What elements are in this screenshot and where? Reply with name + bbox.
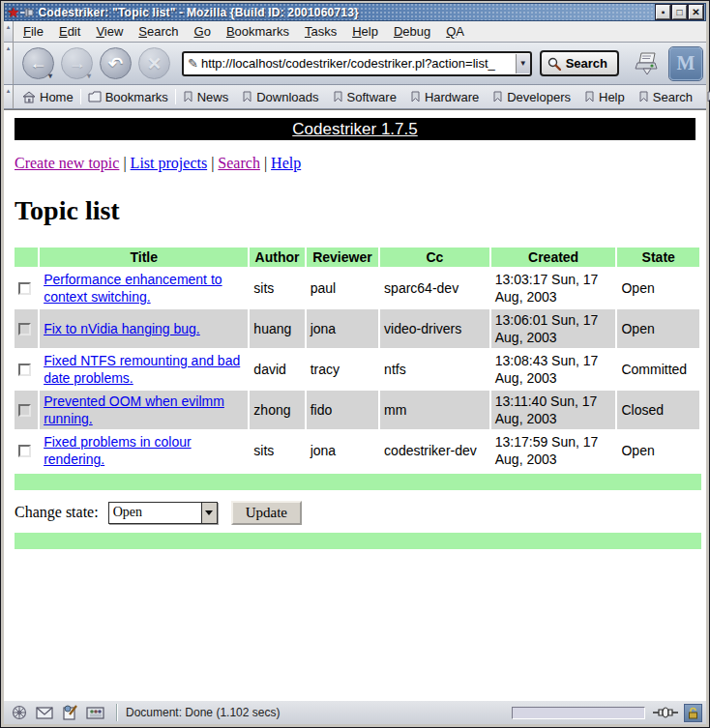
addressbook-component-icon[interactable] [83,703,106,722]
magnifier-icon [547,57,561,71]
cell-author: sits [250,431,304,470]
url-history-dropdown[interactable]: ▼ [516,54,530,73]
toolbar-grip[interactable]: ▴ [4,43,14,84]
menu-go[interactable]: Go [187,21,219,42]
menu-file[interactable]: File [15,21,51,42]
minimize-button[interactable]: ▪ [656,5,670,19]
topic-checkbox[interactable] [18,364,31,376]
topic-checkbox[interactable] [18,404,31,417]
topic-title-link[interactable]: Fixed NTFS remounting and bad date probl… [44,353,240,386]
toolbar-item-help[interactable]: Help [577,85,632,108]
toolbar-item-bookmarks[interactable]: Bookmarks [81,85,175,108]
table-row: Fixed NTFS remounting and bad date probl… [15,350,699,389]
menu-debug[interactable]: Debug [386,21,438,42]
back-button[interactable]: ← ▾ [22,47,54,79]
list-projects-link[interactable]: List projects [131,155,208,171]
forward-button[interactable]: → ▾ [61,47,93,79]
statusbar-separator [116,704,118,722]
topic-checkbox[interactable] [18,323,31,335]
state-select[interactable]: Open [108,502,218,524]
close-button[interactable]: ✕ [689,5,703,19]
cell-state: Open [617,309,699,348]
menu-search[interactable]: Search [131,21,186,42]
navigator-component-icon[interactable] [8,703,31,722]
toolbar-grip[interactable]: ▴ [4,21,14,42]
url-bar: ✎ ▼ [182,51,532,76]
topic-title-link[interactable]: Prevented OOM when evilmm running. [44,393,224,426]
chevron-down-icon[interactable] [201,503,217,523]
mail-component-icon[interactable] [33,703,56,722]
toolbar-item-search[interactable]: Search [632,85,699,108]
table-header-row: Title Author Reviewer Cc Created State [15,248,699,267]
toolbar-item-hardware[interactable]: Hardware [403,85,486,108]
change-state-row: Change state: Open Update [15,499,695,526]
forward-icon: → [69,53,86,73]
toolbar-item-developers[interactable]: Developers [486,85,577,108]
header-checkbox-spacer [15,248,38,267]
printer-icon [632,51,659,76]
page-nav-links: Create new topic | List projects | Searc… [15,155,695,172]
online-plug-icon[interactable] [653,707,678,718]
search-link[interactable]: Search [218,155,260,171]
menu-bookmarks[interactable]: Bookmarks [219,21,297,42]
cell-state: Closed [617,391,699,429]
topic-title-link[interactable]: Fixed problems in colour rendering. [44,434,192,467]
toolbar-item-downloads[interactable]: Downloads [235,85,325,108]
header-reviewer: Reviewer [307,248,378,267]
bottom-bar [15,533,701,549]
back-icon: ← [30,53,47,73]
toolbar-item-software[interactable]: Software [326,85,403,108]
bookmark-tag-icon [638,91,649,102]
toolbar-item-label: Developers [507,90,571,104]
print-button[interactable] [629,47,662,80]
menu-edit[interactable]: Edit [51,21,88,42]
composer-component-icon[interactable] [58,703,81,722]
security-lock-icon[interactable] [684,704,702,722]
url-pencil-icon: ✎ [188,56,198,71]
update-button[interactable]: Update [231,501,302,525]
topic-title-link[interactable]: Performance enhancement to context switc… [44,272,222,305]
cell-created: 13:03:17 Sun, 17 Aug, 2003 [491,269,616,307]
search-button[interactable]: Search [540,50,619,76]
cell-created: 13:11:40 Sun, 17 Aug, 2003 [491,391,616,429]
cell-author: sits [250,269,304,307]
bookmark-tag-icon [242,91,252,102]
forward-dropdown-icon[interactable]: ▾ [87,72,91,80]
toolbar-item-label: Downloads [256,90,318,104]
back-dropdown-icon[interactable]: ▾ [48,72,52,80]
window-star-icon: ★ [7,5,19,19]
menu-tasks[interactable]: Tasks [297,21,344,42]
topic-checkbox[interactable] [18,445,31,457]
topic-title-link[interactable]: Fix to nVidia hanging bug. [44,321,200,336]
create-new-topic-link[interactable]: Create new topic [15,155,119,171]
url-input[interactable] [201,54,516,73]
nav-separator: | [211,155,214,171]
maximize-button[interactable]: □ [672,5,687,19]
titlebar[interactable]: ★ Codestriker: "Topic list" - Mozilla {B… [4,3,706,21]
cell-created: 13:06:01 Sun, 17 Aug, 2003 [491,309,616,348]
menu-help[interactable]: Help [344,21,386,42]
window-pin-icon[interactable] [20,8,34,17]
nav-separator: | [123,155,126,171]
menu-qa[interactable]: QA [438,21,472,42]
banner-link[interactable]: Codestriker 1.7.5 [292,120,417,139]
toolbar-item-home[interactable]: Home [15,85,80,108]
header-cc: Cc [380,248,489,267]
reload-button[interactable]: ↶ [100,47,132,79]
menu-view[interactable]: View [88,21,131,42]
toolbar-item-shop[interactable]: Shop [699,85,710,108]
table-footer-bar [15,474,701,490]
search-button-label: Search [566,56,607,71]
mozilla-throbber[interactable]: M [669,47,702,80]
toolbar-item-news[interactable]: News [176,85,236,108]
cell-reviewer: jona [307,309,378,348]
topic-checkbox[interactable] [18,282,31,295]
cell-reviewer: jona [307,431,378,470]
header-title: Title [40,248,248,267]
toolbar-item-label: Home [40,90,74,104]
toolbar-grip[interactable]: ▴ [4,85,14,108]
cell-cc: mm [380,391,489,429]
stop-button[interactable]: ✕ [138,47,170,79]
help-link[interactable]: Help [271,155,301,171]
toolbar-item-label: Hardware [425,90,479,104]
